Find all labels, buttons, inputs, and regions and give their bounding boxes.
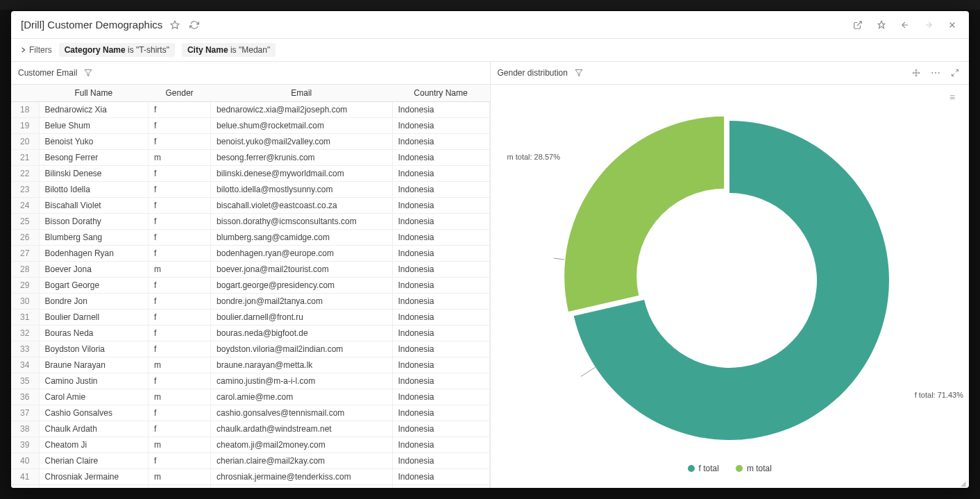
cell-rownum: 39 xyxy=(11,437,39,453)
legend-item-m[interactable]: m total xyxy=(736,464,772,473)
table-row[interactable]: 38Chaulk Ardathfchaulk.ardath@windstream… xyxy=(11,421,489,437)
col-rownum[interactable] xyxy=(11,85,39,102)
cell-gender: m xyxy=(149,485,211,489)
table-row[interactable]: 40Cherian Clairefcherian.claire@mail2kay… xyxy=(11,453,489,469)
cell-email: blumberg.sang@camidge.com xyxy=(211,230,392,246)
cell-email: bisson.dorathy@icmsconsultants.com xyxy=(211,214,392,230)
table-row[interactable]: 41Chrosniak Jermainemchrosniak.jermaine@… xyxy=(11,469,489,485)
cell-rownum: 31 xyxy=(11,310,39,325)
donut-slice[interactable] xyxy=(564,116,724,311)
filters-toggle[interactable]: Filters xyxy=(21,45,52,55)
cell-email: chrosniak.jermaine@tenderkiss.com xyxy=(211,469,392,485)
cell-rownum: 33 xyxy=(11,341,39,357)
table-row[interactable]: 24Biscahall Violetfbiscahall.violet@east… xyxy=(11,198,489,214)
cell-country: Indonesia xyxy=(392,485,489,489)
svg-marker-0 xyxy=(171,21,179,28)
table-row[interactable]: 22Bilinski Denesefbilinski.denese@myworl… xyxy=(11,166,489,182)
cell-rownum: 42 xyxy=(11,485,39,489)
cell-name: Bilotto Idella xyxy=(39,182,149,198)
table-row[interactable]: 19Belue Shumfbelue.shum@rocketmail.comIn… xyxy=(11,118,489,134)
col-fullname[interactable]: Full Name xyxy=(39,85,149,102)
pin-icon[interactable] xyxy=(875,18,888,32)
expand-icon[interactable] xyxy=(948,66,962,80)
cell-rownum: 32 xyxy=(11,325,39,341)
cell-gender: f xyxy=(149,166,211,182)
table-row[interactable]: 28Boever Jonamboever.jona@mail2tourist.c… xyxy=(11,262,489,278)
cell-email: besong.ferrer@krunis.com xyxy=(211,150,392,166)
filter-icon[interactable] xyxy=(572,66,586,80)
table-row[interactable]: 30Bondre Jonfbondre.jon@mail2tanya.comIn… xyxy=(11,294,489,310)
cell-country: Indonesia xyxy=(392,325,489,341)
svg-marker-6 xyxy=(85,70,92,76)
left-pane: Customer Email Full Name Gender Email xyxy=(11,62,490,488)
table-row[interactable]: 21Besong Ferrermbesong.ferrer@krunis.com… xyxy=(11,150,489,166)
drill-modal: [Drill] Customer Demographics xyxy=(11,11,969,488)
table-row[interactable]: 23Bilotto Idellafbilotto.idella@mostlysu… xyxy=(11,182,489,198)
filter-icon[interactable] xyxy=(81,66,95,80)
table-row[interactable]: 31Boulier Darnellfboulier.darnell@front.… xyxy=(11,310,489,325)
donut-chart[interactable]: ≡ m total: 28.57% f total: 71.43% f tota… xyxy=(491,85,970,488)
table-row[interactable]: 29Bogart Georgefbogart.george@presidency… xyxy=(11,278,489,294)
table-row[interactable]: 32Bouras Nedafbouras.neda@bigfoot.deIndo… xyxy=(11,325,489,341)
cell-country: Indonesia xyxy=(392,373,489,389)
table-row[interactable]: 34Braune Narayanmbraune.narayan@metta.lk… xyxy=(11,357,489,373)
cell-name: Bisson Dorathy xyxy=(39,214,149,230)
table-row[interactable]: 18Bednarowicz Xiafbednarowicz.xia@mail2j… xyxy=(11,102,489,118)
col-gender[interactable]: Gender xyxy=(149,85,211,102)
legend-text: f total xyxy=(699,464,719,473)
table-row[interactable]: 39Cheatom Jimcheatom.ji@mail2money.comIn… xyxy=(11,437,489,453)
cell-email: biscahall.violet@eastcoast.co.za xyxy=(211,198,392,214)
modal-title: [Drill] Customer Demographics xyxy=(21,19,162,31)
resize-handle[interactable]: ◢ xyxy=(961,480,968,487)
col-email[interactable]: Email xyxy=(211,85,392,102)
cell-email: braune.narayan@metta.lk xyxy=(211,357,392,373)
cell-gender: f xyxy=(149,310,211,325)
cell-email: bilotto.idella@mostlysunny.com xyxy=(211,182,392,198)
cell-country: Indonesia xyxy=(392,341,489,357)
table-body: 18Bednarowicz Xiafbednarowicz.xia@mail2j… xyxy=(11,102,489,489)
cell-rownum: 30 xyxy=(11,294,39,310)
cell-gender: f xyxy=(149,294,211,310)
right-pane-title: Gender distribution xyxy=(498,68,568,78)
cell-name: Cashio Gonsalves xyxy=(39,405,149,421)
cell-rownum: 36 xyxy=(11,389,39,405)
table-row[interactable]: 26Blumberg Sangfblumberg.sang@camidge.co… xyxy=(11,230,489,246)
refresh-icon[interactable] xyxy=(187,18,201,32)
back-arrow-icon[interactable] xyxy=(898,18,912,32)
filter-chip[interactable]: City Name is "Medan" xyxy=(182,43,276,57)
cell-name: Bouras Neda xyxy=(39,325,149,341)
cell-rownum: 40 xyxy=(11,453,39,469)
filter-chip[interactable]: Category Name is "T-shirts" xyxy=(59,43,175,57)
cell-gender: f xyxy=(149,278,211,294)
cell-name: Boydston Viloria xyxy=(39,341,149,357)
cell-gender: m xyxy=(149,469,211,485)
more-icon[interactable]: ⋯ xyxy=(929,66,943,80)
move-icon[interactable] xyxy=(909,66,923,80)
close-icon[interactable] xyxy=(945,18,959,32)
table-row[interactable]: 25Bisson Dorathyfbisson.dorathy@icmscons… xyxy=(11,214,489,230)
open-external-icon[interactable] xyxy=(851,18,865,32)
table-row[interactable]: 37Cashio Gonsalvesfcashio.gonsalves@tenn… xyxy=(11,405,489,421)
table-row[interactable]: 33Boydston Viloriafboydston.viloria@mail… xyxy=(11,341,489,357)
cell-rownum: 35 xyxy=(11,373,39,389)
legend-item-f[interactable]: f total xyxy=(688,464,719,473)
cell-country: Indonesia xyxy=(392,278,489,294)
cell-email: cherian.claire@mail2kay.com xyxy=(211,453,392,469)
forward-arrow-icon[interactable] xyxy=(922,18,936,32)
star-icon[interactable] xyxy=(168,18,182,32)
cell-country: Indonesia xyxy=(392,421,489,437)
table-row[interactable]: 20Benoist Yukofbenoist.yuko@mail2valley.… xyxy=(11,134,489,150)
cell-gender: f xyxy=(149,134,211,150)
table-row[interactable]: 27Bodenhagen Ryanfbodenhagen.ryan@europe… xyxy=(11,246,489,262)
svg-marker-7 xyxy=(575,70,582,76)
left-pane-title: Customer Email xyxy=(18,68,77,78)
donut-svg xyxy=(535,100,924,461)
col-country[interactable]: Country Name xyxy=(392,85,489,102)
cell-email: boever.jona@mail2tourist.com xyxy=(211,262,392,278)
table-row[interactable]: 42Clatterbuck Francenemclatterbuck.franc… xyxy=(11,485,489,489)
customer-table-scroll[interactable]: Full Name Gender Email Country Name 18Be… xyxy=(11,85,490,488)
filters-bar: Filters Category Name is "T-shirts" City… xyxy=(11,39,969,62)
table-row[interactable]: 36Carol Amiemcarol.amie@me.comIndonesia xyxy=(11,389,489,405)
table-row[interactable]: 35Camino Justinfcamino.justin@m-a-i-l.co… xyxy=(11,373,489,389)
chart-menu-icon[interactable]: ≡ xyxy=(945,90,959,104)
